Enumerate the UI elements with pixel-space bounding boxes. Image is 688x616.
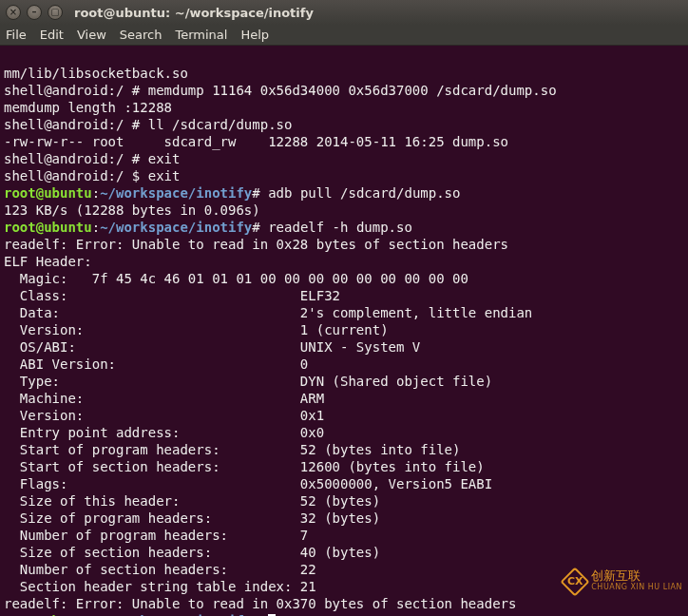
window-title: root@ubuntu: ~/workspace/inotify xyxy=(74,6,314,20)
maximize-icon[interactable]: ▢ xyxy=(48,5,63,20)
term-line: -rw-rw-r-- root sdcard_rw 12288 2014-05-… xyxy=(4,134,508,149)
menu-terminal[interactable]: Terminal xyxy=(175,28,227,42)
watermark-logo-icon: CX xyxy=(561,567,590,596)
watermark-name: 创新互联 xyxy=(591,570,682,582)
term-line: Size of this header: 52 (bytes) xyxy=(4,493,380,509)
term-line: Magic: 7f 45 4c 46 01 01 01 00 00 00 00 … xyxy=(4,271,476,286)
menu-edit[interactable]: Edit xyxy=(40,28,64,42)
term-line: Type: DYN (Shared object file) xyxy=(4,374,492,389)
term-line: shell@android:/ $ exit xyxy=(4,168,180,183)
term-line: shell@android:/ # exit xyxy=(4,151,180,166)
menubar: File Edit View Search Terminal Help xyxy=(0,25,688,46)
term-line: Number of program headers: 7 xyxy=(4,528,308,543)
term-line: readelf: Error: Unable to read in 0x370 … xyxy=(4,596,516,611)
term-line: Version: 0x1 xyxy=(4,408,324,423)
menu-help[interactable]: Help xyxy=(240,28,269,42)
term-line: memdump length :12288 xyxy=(4,100,172,115)
term-line: shell@android:/ # ll /sdcard/dump.so xyxy=(4,117,292,132)
menu-view[interactable]: View xyxy=(77,28,106,42)
terminal-window: × – ▢ root@ubuntu: ~/workspace/inotify F… xyxy=(0,0,688,616)
prompt-path: ~/workspace/inotify xyxy=(100,220,252,235)
term-line: Start of program headers: 52 (bytes into… xyxy=(4,442,460,457)
term-line: Class: ELF32 xyxy=(4,288,340,303)
watermark: CX 创新互联 CHUANG XIN HU LIAN xyxy=(564,570,682,593)
term-line: Flags: 0x5000000, Version5 EABI xyxy=(4,476,492,491)
terminal-output[interactable]: mm/lib/libsocketback.so shell@android:/ … xyxy=(0,46,688,616)
watermark-sub: CHUANG XIN HU LIAN xyxy=(591,582,682,593)
term-line: Size of program headers: 32 (bytes) xyxy=(4,510,380,526)
minimize-icon[interactable]: – xyxy=(27,5,42,20)
term-line: Size of section headers: 40 (bytes) xyxy=(4,545,380,560)
prompt-cmd: # adb pull /sdcard/dump.so xyxy=(252,185,460,201)
term-line: Number of section headers: 22 xyxy=(4,562,316,577)
term-line: mm/lib/libsocketback.so xyxy=(4,66,188,81)
close-icon[interactable]: × xyxy=(6,5,21,20)
menu-file[interactable]: File xyxy=(6,28,27,42)
term-line: ELF Header: xyxy=(4,254,92,269)
term-line: Entry point address: 0x0 xyxy=(4,425,324,440)
term-line: Start of section headers: 12600 (bytes i… xyxy=(4,459,485,474)
term-line: Machine: ARM xyxy=(4,391,324,406)
term-line: shell@android:/ # memdump 11164 0x56d340… xyxy=(4,83,557,98)
term-line: ABI Version: 0 xyxy=(4,356,308,372)
term-line: OS/ABI: UNIX - System V xyxy=(4,339,420,355)
term-line: Version: 1 (current) xyxy=(4,322,389,337)
term-line: 123 KB/s (12288 bytes in 0.096s) xyxy=(4,202,260,218)
prompt-user: root@ubuntu xyxy=(4,185,92,201)
prompt-cmd: # readelf -h dump.so xyxy=(252,220,412,235)
prompt-path: ~/workspace/inotify xyxy=(100,185,252,201)
term-line: Data: 2's complement, little endian xyxy=(4,305,532,320)
prompt-user: root@ubuntu xyxy=(4,220,92,235)
term-line: readelf: Error: Unable to read in 0x28 b… xyxy=(4,237,508,252)
titlebar: × – ▢ root@ubuntu: ~/workspace/inotify xyxy=(0,0,688,25)
menu-search[interactable]: Search xyxy=(120,28,162,42)
term-line: Section header string table index: 21 xyxy=(4,579,316,594)
